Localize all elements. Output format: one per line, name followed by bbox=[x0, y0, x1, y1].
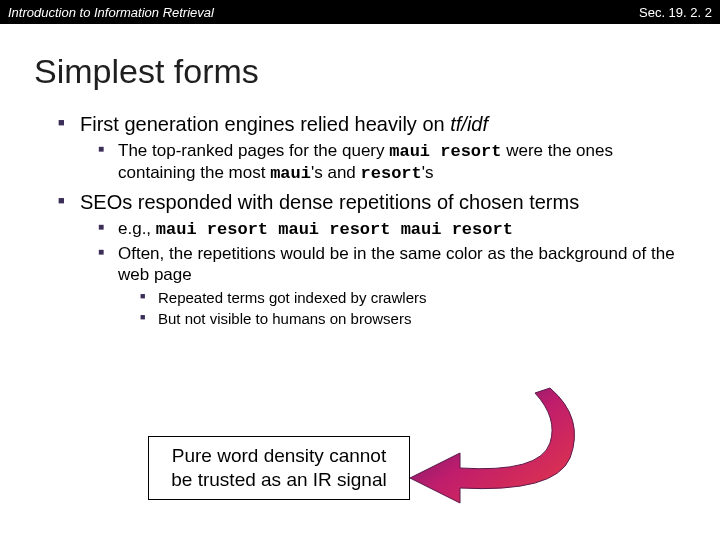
header-right: Sec. 19. 2. 2 bbox=[639, 5, 712, 20]
code: maui resort maui resort maui resort bbox=[156, 220, 513, 239]
bullet-1: First generation engines relied heavily … bbox=[58, 113, 690, 185]
bullet-2b2: But not visible to humans on browsers bbox=[140, 310, 690, 329]
text: SEOs responded with dense repetitions of… bbox=[80, 191, 579, 213]
bullet-2b1: Repeated terms got indexed by crawlers bbox=[140, 289, 690, 308]
bullet-2b: Often, the repetitions would be in the s… bbox=[98, 243, 690, 329]
curved-arrow-icon bbox=[400, 378, 590, 518]
code: maui bbox=[270, 164, 311, 183]
slide-title: Simplest forms bbox=[34, 52, 720, 91]
text: Often, the repetitions would be in the s… bbox=[118, 244, 675, 284]
text: e.g., bbox=[118, 219, 156, 238]
text: 's bbox=[422, 163, 434, 182]
text: 's and bbox=[311, 163, 361, 182]
bullet-1a: The top-ranked pages for the query maui … bbox=[98, 140, 690, 185]
bullet-list: First generation engines relied heavily … bbox=[58, 113, 690, 329]
callout-text: Pure word density cannot be trusted as a… bbox=[159, 444, 399, 492]
bullet-2: SEOs responded with dense repetitions of… bbox=[58, 191, 690, 329]
code: resort bbox=[361, 164, 422, 183]
header-bar: Introduction to Information Retrieval Se… bbox=[0, 0, 720, 24]
header-left: Introduction to Information Retrieval bbox=[8, 5, 214, 20]
code: maui resort bbox=[389, 142, 501, 161]
text: First generation engines relied heavily … bbox=[80, 113, 450, 135]
bullet-2a: e.g., maui resort maui resort maui resor… bbox=[98, 218, 690, 240]
text: The top-ranked pages for the query bbox=[118, 141, 389, 160]
tfidf-term: tf/idf bbox=[450, 113, 488, 135]
callout-box: Pure word density cannot be trusted as a… bbox=[148, 436, 410, 500]
